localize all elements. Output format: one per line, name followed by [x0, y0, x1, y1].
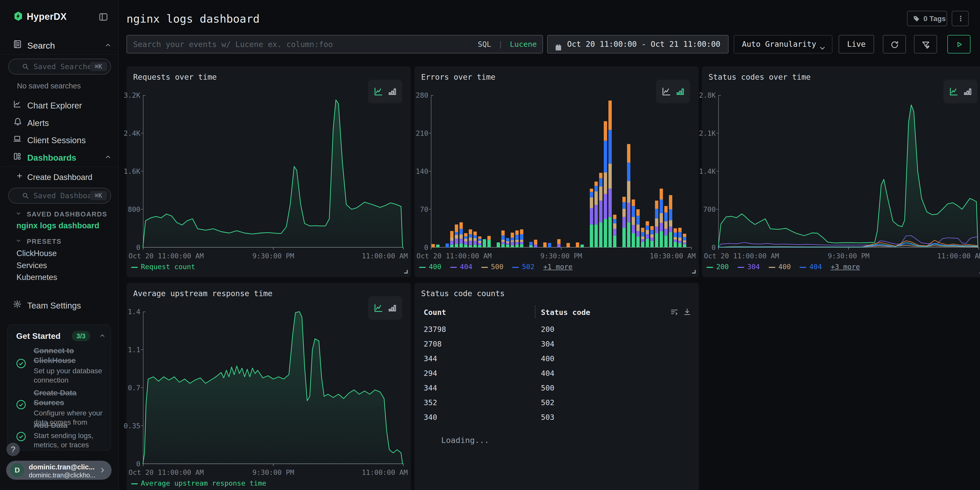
y-tick-label: 0 — [712, 243, 716, 251]
legend-more-link[interactable]: +1 more — [543, 263, 573, 271]
avatar: D — [10, 463, 24, 477]
legend-item[interactable]: 500 — [481, 263, 504, 271]
create-dashboard-button[interactable]: Create Dashboard — [0, 170, 119, 185]
cell-count: 2708 — [424, 340, 442, 348]
chevron-up-icon — [104, 153, 111, 162]
legend-item[interactable]: Average upstream response time — [131, 479, 266, 487]
column-header-count[interactable]: Count — [424, 308, 446, 317]
legend-item[interactable]: 400 — [419, 263, 441, 271]
x-tick-label: 11:00:00 AM — [937, 252, 980, 260]
loading-indicator: Loading... — [441, 436, 489, 445]
y-tick-label: 700 — [703, 205, 716, 213]
cell-count: 294 — [424, 369, 437, 378]
sidebar-item-chart-explorer[interactable]: Chart Explorer — [0, 98, 119, 113]
cell-status-code: 304 — [541, 340, 554, 348]
saved-dashboards-input[interactable]: ⌘K — [8, 188, 111, 204]
help-button[interactable]: ? — [6, 443, 20, 456]
calendar-icon — [554, 40, 563, 58]
saved-searches-field[interactable] — [33, 59, 95, 74]
chart-plot[interactable] — [143, 312, 404, 464]
x-tick-label: Oct 20 11:00:00 AM — [129, 252, 204, 260]
sidebar-item-label: Client Sessions — [27, 135, 86, 145]
chart-legend: 200304400404+3 more — [706, 263, 860, 271]
panel-title: Average upstream response time — [133, 289, 272, 298]
legend-label: 200 — [716, 263, 729, 271]
sidebar-item-dashboards[interactable]: Dashboards — [0, 150, 119, 165]
checklist-item[interactable]: Connect to ClickHouse Set up your databa… — [34, 346, 106, 385]
live-button[interactable]: Live — [838, 35, 874, 54]
legend-item[interactable]: 502 — [512, 263, 535, 271]
sidebar-item-team-settings[interactable]: Team Settings — [0, 298, 119, 313]
wrap-text-icon[interactable] — [670, 307, 679, 317]
sql-mode-toggle[interactable]: SQL — [478, 40, 491, 49]
chart-explorer-icon — [13, 100, 22, 110]
panel-title: Status code counts — [421, 289, 505, 298]
chevron-up-icon[interactable] — [99, 332, 106, 340]
sidebar-item-clickhouse[interactable]: ClickHouse — [16, 249, 57, 258]
shortcut-badge: ⌘K — [90, 62, 107, 71]
time-range-value: Oct 20 11:00:00 - Oct 21 11:00:00 — [567, 35, 720, 53]
download-icon[interactable] — [683, 307, 692, 317]
chart-plot[interactable] — [143, 95, 404, 247]
sidebar-item-client-sessions[interactable]: Client Sessions — [0, 133, 119, 147]
legend-marker — [706, 267, 713, 268]
legend-label: 502 — [522, 263, 535, 271]
legend-marker — [738, 267, 744, 268]
legend-item[interactable]: 404 — [450, 263, 473, 271]
sidebar-item-alerts[interactable]: Alerts — [0, 116, 119, 130]
granularity-select[interactable]: Auto Granularity — [734, 35, 832, 54]
chevron-down-icon — [16, 237, 22, 245]
sidebar-item-kubernetes[interactable]: Kubernetes — [16, 273, 57, 282]
x-tick-label: 11:00:00 AM — [362, 252, 408, 260]
time-range-picker[interactable]: Oct 20 11:00:00 - Oct 21 11:00:00 — [547, 35, 729, 54]
sidebar-item-services[interactable]: Services — [16, 261, 47, 270]
run-query-button[interactable] — [947, 35, 970, 54]
y-tick-label: 0.7 — [128, 384, 140, 392]
filter-button[interactable] — [914, 35, 937, 54]
chart-plot[interactable] — [718, 95, 979, 247]
checklist-item-title: Connect to ClickHouse — [34, 346, 106, 365]
legend-item[interactable]: 200 — [706, 263, 729, 271]
x-axis-labels: Oct 20 11:00:00 AM9:30:00 PM11:00:00 AM — [126, 468, 411, 477]
sidebar-section-search[interactable]: Search — [0, 38, 119, 53]
presets-group[interactable]: PRESETS — [0, 236, 119, 247]
chevron-right-icon — [99, 466, 107, 475]
legend-item[interactable]: 304 — [738, 263, 760, 271]
checklist-item[interactable]: Add Data Start sending logs, metrics, or… — [34, 420, 109, 450]
legend-label: 400 — [429, 263, 441, 271]
saved-dashboards-field[interactable] — [33, 188, 95, 203]
x-tick-label: 10:30:00 AM — [650, 252, 696, 260]
refresh-icon — [890, 40, 899, 50]
event-search-input[interactable]: SQL | Lucene — [126, 35, 543, 54]
search-section-label: Search — [27, 41, 55, 51]
legend-item[interactable]: 400 — [769, 263, 791, 271]
tags-button[interactable]: 0 Tags — [907, 11, 947, 26]
saved-searches-input[interactable]: ⌘K — [8, 59, 111, 75]
y-tick-label: 0 — [424, 243, 428, 251]
event-search-field[interactable] — [133, 35, 488, 53]
legend-item[interactable]: Request count — [131, 263, 195, 271]
collapse-sidebar-icon[interactable] — [98, 12, 108, 23]
user-menu[interactable]: D dominic.tran@clic... dominic.tran@clic… — [6, 461, 111, 480]
legend-item[interactable]: 404 — [800, 263, 822, 271]
cell-count: 340 — [424, 413, 437, 422]
refresh-button[interactable] — [883, 35, 906, 54]
column-divider[interactable] — [535, 306, 536, 318]
dashboard-menu-button[interactable] — [952, 11, 969, 26]
chart-plot[interactable] — [431, 95, 692, 247]
saved-dashboards-group[interactable]: SAVED DASHBOARDS — [0, 209, 119, 220]
play-icon — [955, 40, 964, 50]
legend-more-link[interactable]: +3 more — [830, 263, 860, 271]
y-tick-label: 800 — [128, 205, 140, 213]
page-title: nginx logs dashboard — [126, 12, 260, 25]
legend-marker — [131, 483, 138, 484]
lucene-mode-toggle[interactable]: Lucene — [510, 40, 537, 49]
column-header-status-code[interactable]: Status code — [541, 308, 590, 317]
sidebar: HyperDX Search ⌘K No saved searches Char… — [0, 0, 119, 490]
y-tick-label: 2.4K — [124, 129, 140, 137]
checklist-item-desc: Start sending logs, metrics, or traces — [34, 431, 109, 450]
tags-label: 0 Tags — [923, 15, 946, 23]
resize-handle[interactable] — [404, 270, 408, 274]
resize-handle[interactable] — [692, 270, 696, 274]
sidebar-item-nginx-logs-dashboard[interactable]: nginx logs dashboard — [16, 221, 99, 230]
